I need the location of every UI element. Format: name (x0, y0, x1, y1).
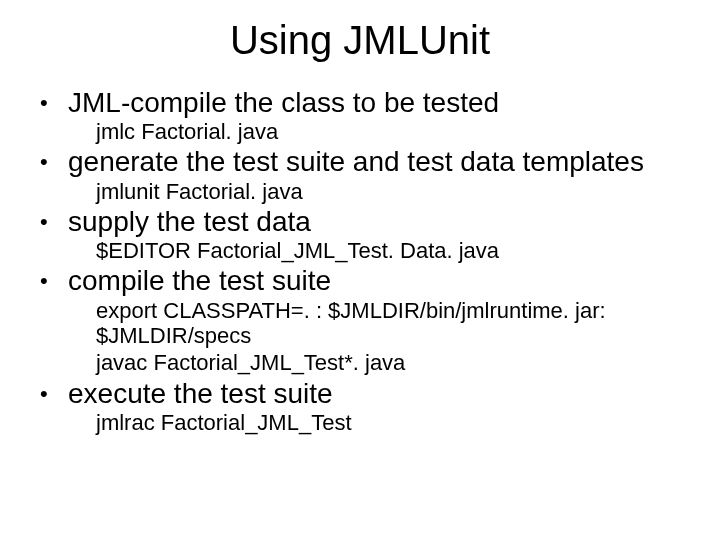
bullet-list: • JML-compile the class to be tested jml… (40, 87, 680, 435)
sub-item: jmlrac Factorial_JML_Test (96, 410, 680, 435)
bullet-dot-icon: • (40, 149, 68, 174)
bullet-text: compile the test suite (68, 265, 331, 297)
sub-item: jmlunit Factorial. java (96, 179, 680, 204)
slide-title: Using JMLUnit (40, 18, 680, 63)
list-item: • compile the test suite export CLASSPAT… (40, 265, 680, 375)
list-item: • execute the test suite jmlrac Factoria… (40, 378, 680, 435)
sub-item: jmlc Factorial. java (96, 119, 680, 144)
slide: Using JMLUnit • JML-compile the class to… (0, 0, 720, 540)
bullet-dot-icon: • (40, 268, 68, 293)
bullet-text: execute the test suite (68, 378, 333, 410)
list-item: • supply the test data $EDITOR Factorial… (40, 206, 680, 263)
sub-item: export CLASSPATH=. : $JMLDIR/bin/jmlrunt… (96, 298, 680, 349)
bullet-dot-icon: • (40, 209, 68, 234)
sub-item: javac Factorial_JML_Test*. java (96, 350, 680, 375)
bullet-text: generate the test suite and test data te… (68, 146, 644, 178)
bullet-dot-icon: • (40, 90, 68, 115)
bullet-dot-icon: • (40, 381, 68, 406)
list-item: • JML-compile the class to be tested jml… (40, 87, 680, 144)
bullet-text: JML-compile the class to be tested (68, 87, 499, 119)
bullet-text: supply the test data (68, 206, 311, 238)
list-item: • generate the test suite and test data … (40, 146, 680, 203)
sub-item: $EDITOR Factorial_JML_Test. Data. java (96, 238, 680, 263)
